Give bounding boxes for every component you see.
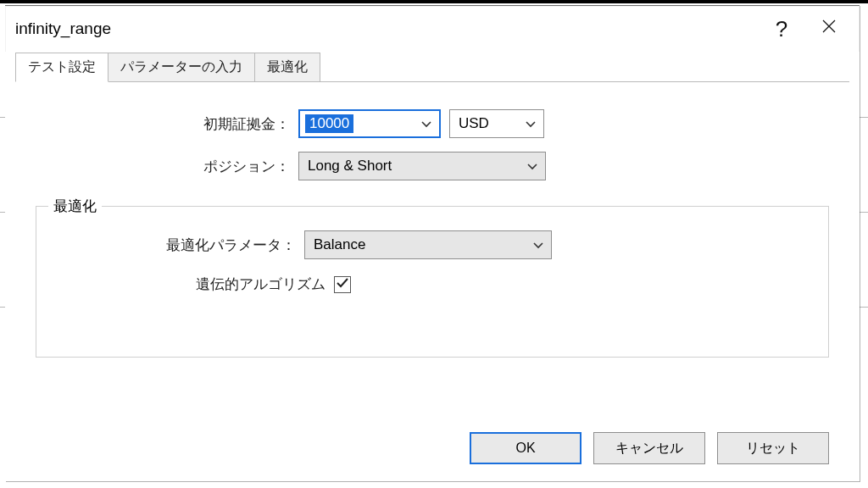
row-position: ポジション： Long & Short (36, 152, 829, 180)
row-genetic-algorithm: 遺伝的アルゴリズム (50, 274, 815, 294)
group-legend-optimization: 最適化 (48, 197, 102, 216)
tab-parameter-input[interactable]: パラメーターの入力 (108, 53, 255, 82)
row-opt-param: 最適化パラメータ： Balance (50, 230, 815, 259)
select-currency[interactable]: USD (449, 109, 544, 138)
chevron-down-icon (419, 116, 434, 131)
check-icon (336, 276, 349, 292)
select-opt-param[interactable]: Balance (304, 230, 552, 259)
tab-label: パラメーターの入力 (120, 59, 242, 74)
label-position: ポジション： (36, 157, 298, 176)
opt-param-value: Balance (314, 236, 365, 253)
tab-strip: テスト設定 パラメーターの入力 最適化 (15, 52, 849, 82)
window-title: infinity_range (15, 19, 758, 38)
button-label: キャンセル (615, 440, 683, 458)
button-label: リセット (746, 440, 800, 458)
dialog-client-area: テスト設定 パラメーターの入力 最適化 初期証拠金： 10000 USD (5, 52, 860, 481)
tab-optimization[interactable]: 最適化 (254, 53, 320, 82)
tab-label: テスト設定 (28, 59, 96, 74)
checkbox-genetic-algorithm[interactable] (334, 276, 351, 293)
tab-label: 最適化 (267, 59, 308, 74)
close-icon (821, 18, 837, 40)
tab-panel-test-settings: 初期証拠金： 10000 USD ポジション： Long & Short (15, 82, 849, 471)
button-label: OK (515, 441, 535, 456)
input-initial-deposit[interactable]: 10000 (298, 109, 441, 138)
select-position[interactable]: Long & Short (298, 152, 546, 180)
dialog-button-row: OK キャンセル リセット (36, 422, 829, 464)
tab-test-settings[interactable]: テスト設定 (15, 53, 108, 82)
close-button[interactable] (805, 10, 853, 47)
chevron-down-icon (525, 158, 540, 174)
group-optimization: 最適化 最適化パラメータ： Balance 遺伝的アルゴリズム (36, 206, 829, 358)
chevron-down-icon (523, 116, 538, 131)
reset-button[interactable]: リセット (717, 432, 829, 464)
initial-deposit-value: 10000 (305, 114, 353, 133)
chevron-down-icon (531, 237, 546, 252)
row-initial-deposit: 初期証拠金： 10000 USD (36, 109, 829, 138)
label-opt-param: 最適化パラメータ： (50, 236, 304, 255)
ok-button[interactable]: OK (470, 432, 581, 464)
currency-value: USD (459, 115, 489, 132)
cancel-button[interactable]: キャンセル (593, 432, 705, 464)
position-value: Long & Short (308, 158, 392, 175)
help-button[interactable]: ? (758, 10, 805, 47)
dialog-window: infinity_range ? テスト設定 パラメーターの入力 最適化 初期証… (5, 5, 860, 481)
label-initial-deposit: 初期証拠金： (36, 114, 298, 134)
title-bar: infinity_range ? (5, 6, 860, 52)
label-genetic-algorithm: 遺伝的アルゴリズム (50, 274, 334, 294)
